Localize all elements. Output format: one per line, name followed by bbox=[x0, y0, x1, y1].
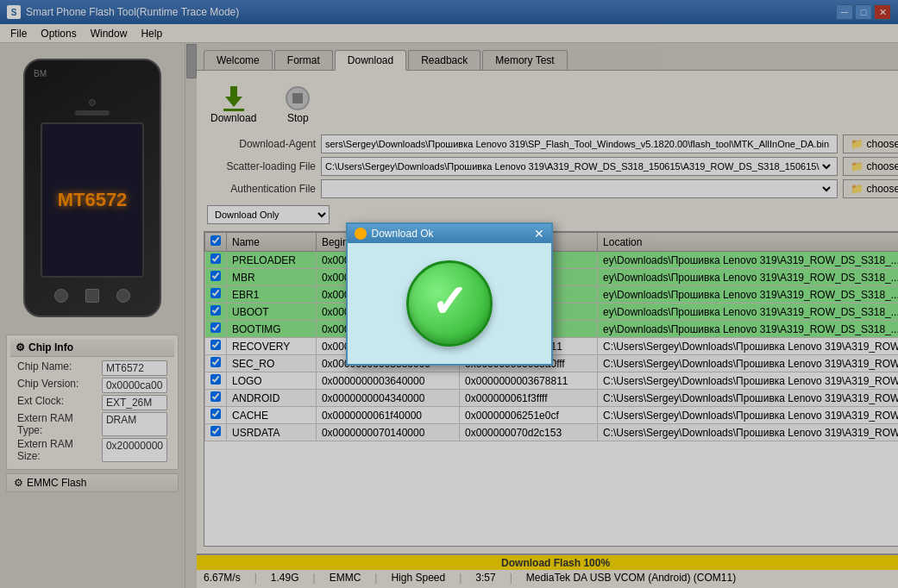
modal-body: ✓ bbox=[348, 243, 551, 364]
modal-title: Download Ok bbox=[372, 228, 434, 240]
download-ok-modal: Download Ok ✕ ✓ bbox=[346, 222, 553, 366]
check-mark-icon: ✓ bbox=[430, 279, 468, 324]
modal-close-button[interactable]: ✕ bbox=[534, 228, 544, 240]
modal-title-bar: Download Ok ✕ bbox=[348, 224, 551, 243]
success-check-circle: ✓ bbox=[406, 260, 493, 347]
modal-title-icon bbox=[355, 228, 367, 240]
modal-overlay[interactable]: Download Ok ✕ ✓ bbox=[0, 0, 898, 588]
